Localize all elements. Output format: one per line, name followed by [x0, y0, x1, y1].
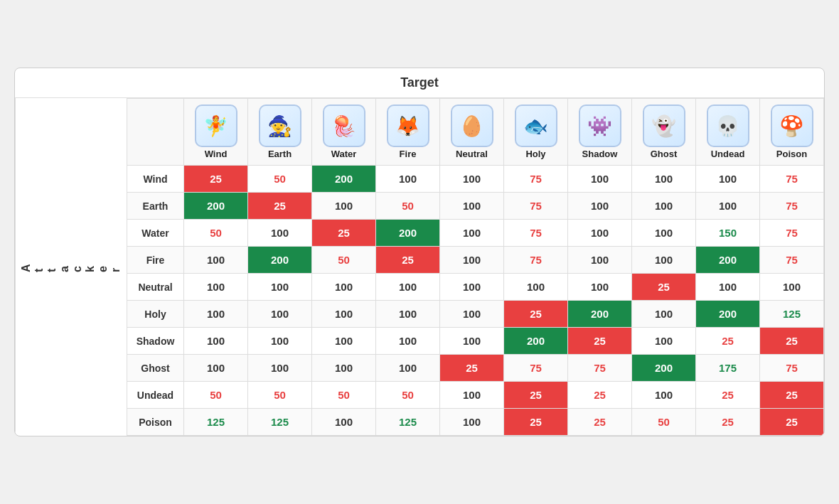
col-header-earth: 🧙 Earth: [248, 99, 312, 166]
cell-water-undead: 150: [696, 220, 760, 247]
cell-shadow-ghost: 100: [632, 328, 696, 355]
title-text: Target: [400, 75, 439, 90]
cell-holy-ghost: 100: [632, 301, 696, 328]
cell-water-holy: 75: [504, 220, 568, 247]
holy-label: Holy: [508, 149, 563, 159]
cell-shadow-wind: 100: [184, 328, 248, 355]
row-label-poison: Poison: [127, 409, 184, 436]
col-header-ghost: 👻 Ghost: [632, 99, 696, 166]
cell-fire-ghost: 100: [632, 247, 696, 274]
cell-neutral-earth: 100: [248, 274, 312, 301]
cell-poison-ghost: 50: [632, 409, 696, 436]
cell-poison-water: 100: [312, 409, 376, 436]
col-header-poison: 🍄 Poison: [760, 99, 824, 166]
cell-holy-neutral: 100: [440, 301, 504, 328]
table-row: Earth20025100501007510010010075: [127, 193, 824, 220]
cell-poison-holy: 25: [504, 409, 568, 436]
row-label-holy: Holy: [127, 301, 184, 328]
cell-neutral-holy: 100: [504, 274, 568, 301]
cell-poison-undead: 25: [696, 409, 760, 436]
cell-poison-neutral: 100: [440, 409, 504, 436]
shadow-icon: 👾: [579, 104, 621, 147]
table-scroll-area: 🧚 Wind 🧙 Earth 🪼 Water 🦊 Fire 🥚 Neutral: [127, 98, 824, 436]
cell-holy-shadow: 200: [568, 301, 632, 328]
wind-icon: 🧚: [195, 104, 237, 147]
table-row: Wind25502001001007510010010075: [127, 166, 824, 193]
fire-icon: 🦊: [387, 104, 429, 147]
table-row: Holy10010010010010025200100200125: [127, 301, 824, 328]
cell-earth-fire: 50: [376, 193, 440, 220]
cell-wind-shadow: 100: [568, 166, 632, 193]
cell-ghost-wind: 100: [184, 355, 248, 382]
cell-shadow-shadow: 25: [568, 328, 632, 355]
cell-ghost-neutral: 25: [440, 355, 504, 382]
col-header-undead: 💀 Undead: [696, 99, 760, 166]
col-header-fire: 🦊 Fire: [376, 99, 440, 166]
cell-shadow-undead: 25: [696, 328, 760, 355]
cell-earth-undead: 100: [696, 193, 760, 220]
shadow-label: Shadow: [572, 149, 627, 159]
cell-ghost-holy: 75: [504, 355, 568, 382]
cell-earth-water: 100: [312, 193, 376, 220]
cell-water-wind: 50: [184, 220, 248, 247]
cell-earth-holy: 75: [504, 193, 568, 220]
cell-holy-poison: 125: [760, 301, 824, 328]
cell-water-neutral: 100: [440, 220, 504, 247]
row-label-undead: Undead: [127, 382, 184, 409]
cell-poison-poison: 25: [760, 409, 824, 436]
cell-earth-shadow: 100: [568, 193, 632, 220]
cell-water-poison: 75: [760, 220, 824, 247]
cell-ghost-ghost: 200: [632, 355, 696, 382]
fire-label: Fire: [380, 149, 435, 159]
table-row: Shadow100100100100100200251002525: [127, 328, 824, 355]
cell-undead-holy: 25: [504, 382, 568, 409]
cell-shadow-water: 100: [312, 328, 376, 355]
corner-cell: [127, 99, 184, 166]
water-icon: 🪼: [323, 104, 365, 147]
cell-neutral-neutral: 100: [440, 274, 504, 301]
cell-shadow-earth: 100: [248, 328, 312, 355]
cell-ghost-poison: 75: [760, 355, 824, 382]
row-label-neutral: Neutral: [127, 274, 184, 301]
header-row: 🧚 Wind 🧙 Earth 🪼 Water 🦊 Fire 🥚 Neutral: [127, 99, 824, 166]
cell-holy-undead: 200: [696, 301, 760, 328]
cell-wind-wind: 25: [184, 166, 248, 193]
cell-undead-wind: 50: [184, 382, 248, 409]
cell-fire-holy: 75: [504, 247, 568, 274]
cell-earth-wind: 200: [184, 193, 248, 220]
table-row: Poison1251251001251002525502525: [127, 409, 824, 436]
cell-wind-holy: 75: [504, 166, 568, 193]
ghost-icon: 👻: [643, 104, 685, 147]
cell-undead-earth: 50: [248, 382, 312, 409]
ghost-label: Ghost: [636, 149, 691, 159]
cell-wind-poison: 75: [760, 166, 824, 193]
attacker-label: Attacker: [15, 98, 127, 436]
cell-poison-shadow: 25: [568, 409, 632, 436]
cell-earth-earth: 25: [248, 193, 312, 220]
type-chart-table: 🧚 Wind 🧙 Earth 🪼 Water 🦊 Fire 🥚 Neutral: [127, 98, 824, 436]
table-row: Ghost10010010010025757520017575: [127, 355, 824, 382]
table-row: Undead5050505010025251002525: [127, 382, 824, 409]
col-header-holy: 🐟 Holy: [504, 99, 568, 166]
cell-undead-poison: 25: [760, 382, 824, 409]
col-header-water: 🪼 Water: [312, 99, 376, 166]
water-label: Water: [316, 149, 371, 159]
row-label-ghost: Ghost: [127, 355, 184, 382]
cell-holy-fire: 100: [376, 301, 440, 328]
cell-neutral-wind: 100: [184, 274, 248, 301]
cell-neutral-shadow: 100: [568, 274, 632, 301]
table-row: Water50100252001007510010015075: [127, 220, 824, 247]
cell-undead-neutral: 100: [440, 382, 504, 409]
cell-undead-fire: 50: [376, 382, 440, 409]
cell-undead-undead: 25: [696, 382, 760, 409]
cell-water-ghost: 100: [632, 220, 696, 247]
cell-holy-wind: 100: [184, 301, 248, 328]
cell-holy-holy: 25: [504, 301, 568, 328]
cell-ghost-undead: 175: [696, 355, 760, 382]
cell-earth-ghost: 100: [632, 193, 696, 220]
cell-fire-fire: 25: [376, 247, 440, 274]
col-header-wind: 🧚 Wind: [184, 99, 248, 166]
table-row: Fire10020050251007510010020075: [127, 247, 824, 274]
cell-water-fire: 200: [376, 220, 440, 247]
table-row: Neutral10010010010010010010025100100: [127, 274, 824, 301]
